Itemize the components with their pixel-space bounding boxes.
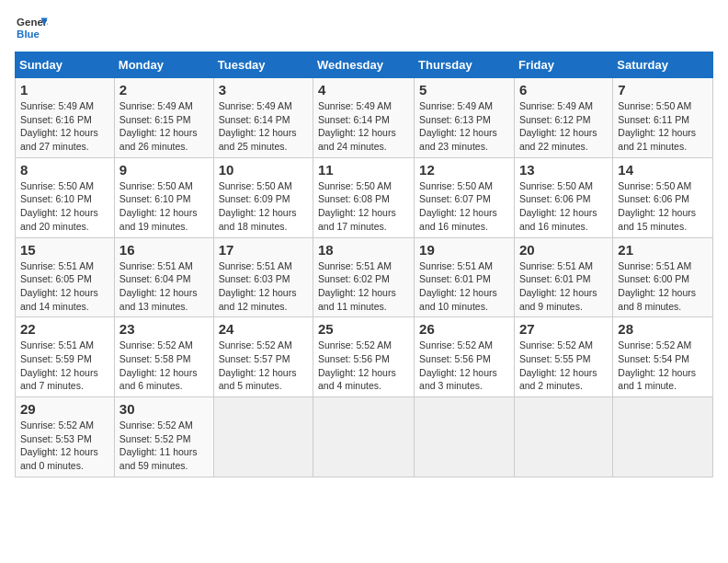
day-info: Sunrise: 5:51 AMSunset: 5:59 PMDaylight:…	[20, 339, 109, 393]
day-number: 23	[119, 321, 209, 337]
calendar-cell	[213, 397, 313, 477]
column-header-sunday: Sunday	[16, 52, 115, 78]
calendar-cell: 24 Sunrise: 5:52 AMSunset: 5:57 PMDaylig…	[213, 317, 313, 397]
day-info: Sunrise: 5:49 AMSunset: 6:13 PMDaylight:…	[419, 99, 509, 154]
day-number: 8	[20, 162, 109, 178]
calendar-cell	[613, 397, 713, 477]
calendar-cell	[514, 397, 612, 477]
day-number: 3	[219, 82, 308, 98]
day-number: 22	[20, 321, 109, 337]
calendar-cell: 20 Sunrise: 5:51 AMSunset: 6:01 PMDaylig…	[514, 237, 612, 317]
calendar-cell: 29 Sunrise: 5:52 AMSunset: 5:53 PMDaylig…	[16, 397, 115, 477]
column-header-friday: Friday	[514, 52, 612, 78]
day-info: Sunrise: 5:52 AMSunset: 5:57 PMDaylight:…	[219, 339, 308, 393]
calendar-cell: 13 Sunrise: 5:50 AMSunset: 6:06 PMDaylig…	[514, 157, 612, 237]
day-info: Sunrise: 5:49 AMSunset: 6:12 PMDaylight:…	[519, 99, 608, 154]
day-number: 10	[219, 162, 308, 178]
day-number: 20	[519, 242, 608, 258]
day-number: 17	[219, 242, 308, 258]
calendar-cell: 9 Sunrise: 5:50 AMSunset: 6:10 PMDayligh…	[114, 157, 213, 237]
calendar-cell: 25 Sunrise: 5:52 AMSunset: 5:56 PMDaylig…	[313, 317, 415, 397]
calendar-cell	[415, 397, 515, 477]
day-info: Sunrise: 5:50 AMSunset: 6:06 PMDaylight:…	[519, 179, 608, 234]
day-number: 29	[20, 401, 109, 417]
day-info: Sunrise: 5:52 AMSunset: 5:56 PMDaylight:…	[318, 339, 409, 393]
day-info: Sunrise: 5:49 AMSunset: 6:16 PMDaylight:…	[20, 99, 109, 154]
calendar-cell: 27 Sunrise: 5:52 AMSunset: 5:55 PMDaylig…	[514, 317, 612, 397]
column-header-tuesday: Tuesday	[213, 52, 313, 78]
column-header-monday: Monday	[114, 52, 213, 78]
calendar-cell: 11 Sunrise: 5:50 AMSunset: 6:08 PMDaylig…	[313, 157, 415, 237]
logo-icon: General Blue	[15, 15, 48, 42]
calendar-cell: 7 Sunrise: 5:50 AMSunset: 6:11 PMDayligh…	[613, 78, 713, 158]
day-number: 24	[219, 321, 308, 337]
column-header-wednesday: Wednesday	[313, 52, 415, 78]
day-number: 5	[419, 82, 509, 98]
calendar-cell: 1 Sunrise: 5:49 AMSunset: 6:16 PMDayligh…	[16, 78, 115, 158]
calendar-cell: 30 Sunrise: 5:52 AMSunset: 5:52 PMDaylig…	[114, 397, 213, 477]
day-info: Sunrise: 5:50 AMSunset: 6:08 PMDaylight:…	[318, 179, 409, 234]
day-number: 18	[318, 242, 409, 258]
calendar-cell	[313, 397, 415, 477]
calendar-cell: 28 Sunrise: 5:52 AMSunset: 5:54 PMDaylig…	[613, 317, 713, 397]
week-row-1: 1 Sunrise: 5:49 AMSunset: 6:16 PMDayligh…	[16, 78, 713, 158]
calendar-cell: 19 Sunrise: 5:51 AMSunset: 6:01 PMDaylig…	[415, 237, 515, 317]
day-info: Sunrise: 5:51 AMSunset: 6:02 PMDaylight:…	[318, 259, 409, 314]
day-number: 30	[119, 401, 209, 417]
calendar-cell: 14 Sunrise: 5:50 AMSunset: 6:06 PMDaylig…	[613, 157, 713, 237]
calendar-cell: 26 Sunrise: 5:52 AMSunset: 5:56 PMDaylig…	[415, 317, 515, 397]
day-info: Sunrise: 5:50 AMSunset: 6:06 PMDaylight:…	[618, 179, 708, 234]
week-row-5: 29 Sunrise: 5:52 AMSunset: 5:53 PMDaylig…	[16, 397, 713, 477]
calendar-cell: 18 Sunrise: 5:51 AMSunset: 6:02 PMDaylig…	[313, 237, 415, 317]
day-info: Sunrise: 5:50 AMSunset: 6:07 PMDaylight:…	[419, 179, 509, 234]
calendar-cell: 8 Sunrise: 5:50 AMSunset: 6:10 PMDayligh…	[16, 157, 115, 237]
day-number: 12	[419, 162, 509, 178]
day-info: Sunrise: 5:50 AMSunset: 6:09 PMDaylight:…	[219, 179, 308, 234]
day-number: 27	[519, 321, 608, 337]
day-number: 14	[618, 162, 708, 178]
svg-text:Blue: Blue	[17, 29, 40, 40]
calendar-cell: 5 Sunrise: 5:49 AMSunset: 6:13 PMDayligh…	[415, 78, 515, 158]
day-info: Sunrise: 5:52 AMSunset: 5:54 PMDaylight:…	[618, 339, 708, 393]
calendar-table: SundayMondayTuesdayWednesdayThursdayFrid…	[15, 52, 713, 477]
calendar-cell: 4 Sunrise: 5:49 AMSunset: 6:14 PMDayligh…	[313, 78, 415, 158]
day-info: Sunrise: 5:49 AMSunset: 6:14 PMDaylight:…	[318, 99, 409, 154]
day-info: Sunrise: 5:52 AMSunset: 5:58 PMDaylight:…	[119, 339, 209, 393]
day-info: Sunrise: 5:50 AMSunset: 6:10 PMDaylight:…	[119, 179, 209, 234]
week-row-2: 8 Sunrise: 5:50 AMSunset: 6:10 PMDayligh…	[16, 157, 713, 237]
day-info: Sunrise: 5:52 AMSunset: 5:56 PMDaylight:…	[419, 339, 509, 393]
day-info: Sunrise: 5:52 AMSunset: 5:52 PMDaylight:…	[119, 419, 209, 473]
day-number: 1	[20, 82, 109, 98]
day-number: 21	[618, 242, 708, 258]
day-number: 2	[119, 82, 209, 98]
header-row: SundayMondayTuesdayWednesdayThursdayFrid…	[16, 52, 713, 78]
day-info: Sunrise: 5:51 AMSunset: 6:01 PMDaylight:…	[519, 259, 608, 314]
day-info: Sunrise: 5:51 AMSunset: 6:04 PMDaylight:…	[119, 259, 209, 314]
day-info: Sunrise: 5:50 AMSunset: 6:10 PMDaylight:…	[20, 179, 109, 234]
calendar-cell: 16 Sunrise: 5:51 AMSunset: 6:04 PMDaylig…	[114, 237, 213, 317]
calendar-cell: 12 Sunrise: 5:50 AMSunset: 6:07 PMDaylig…	[415, 157, 515, 237]
day-number: 13	[519, 162, 608, 178]
day-number: 16	[119, 242, 209, 258]
day-number: 15	[20, 242, 109, 258]
calendar-cell: 15 Sunrise: 5:51 AMSunset: 6:05 PMDaylig…	[16, 237, 115, 317]
day-number: 25	[318, 321, 409, 337]
day-info: Sunrise: 5:51 AMSunset: 6:01 PMDaylight:…	[419, 259, 509, 314]
day-number: 11	[318, 162, 409, 178]
column-header-saturday: Saturday	[613, 52, 713, 78]
calendar-cell: 21 Sunrise: 5:51 AMSunset: 6:00 PMDaylig…	[613, 237, 713, 317]
day-info: Sunrise: 5:49 AMSunset: 6:14 PMDaylight:…	[219, 99, 308, 154]
logo: General Blue	[15, 15, 48, 42]
day-info: Sunrise: 5:50 AMSunset: 6:11 PMDaylight:…	[618, 99, 708, 154]
calendar-cell: 6 Sunrise: 5:49 AMSunset: 6:12 PMDayligh…	[514, 78, 612, 158]
day-info: Sunrise: 5:51 AMSunset: 6:00 PMDaylight:…	[618, 259, 708, 314]
calendar-cell: 17 Sunrise: 5:51 AMSunset: 6:03 PMDaylig…	[213, 237, 313, 317]
day-number: 26	[419, 321, 509, 337]
day-info: Sunrise: 5:52 AMSunset: 5:53 PMDaylight:…	[20, 419, 109, 473]
day-number: 7	[618, 82, 708, 98]
day-info: Sunrise: 5:51 AMSunset: 6:05 PMDaylight:…	[20, 259, 109, 314]
week-row-3: 15 Sunrise: 5:51 AMSunset: 6:05 PMDaylig…	[16, 237, 713, 317]
calendar-cell: 23 Sunrise: 5:52 AMSunset: 5:58 PMDaylig…	[114, 317, 213, 397]
calendar-cell: 10 Sunrise: 5:50 AMSunset: 6:09 PMDaylig…	[213, 157, 313, 237]
calendar-cell: 3 Sunrise: 5:49 AMSunset: 6:14 PMDayligh…	[213, 78, 313, 158]
